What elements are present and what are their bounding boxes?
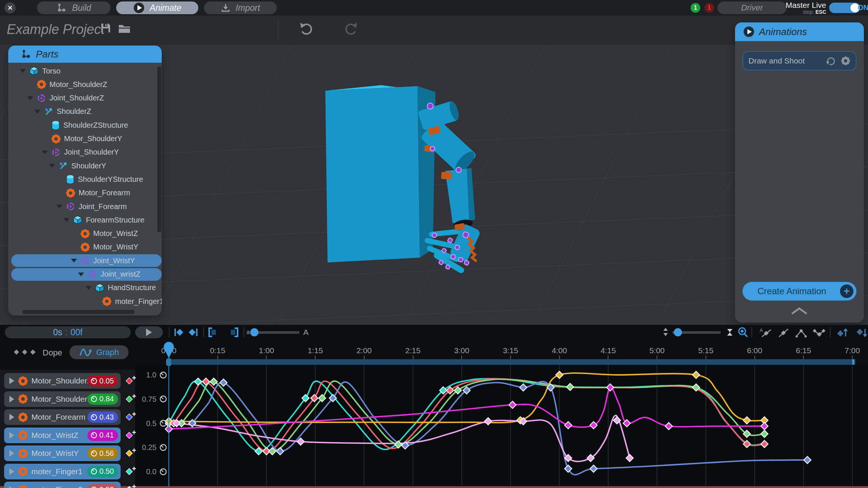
dial-icon bbox=[159, 371, 167, 379]
track-value-badge[interactable]: 0.52 bbox=[87, 484, 118, 488]
track-value-badge[interactable]: 0.05 bbox=[87, 375, 118, 386]
track-expand-arrow[interactable] bbox=[9, 450, 14, 457]
track-expand-arrow[interactable] bbox=[9, 432, 14, 439]
tree-item-Motor_ShoulderZ[interactable]: Motor_ShoulderZ bbox=[11, 78, 162, 91]
playback-range-bar[interactable] bbox=[166, 359, 855, 365]
status-badge-red[interactable]: 1 bbox=[704, 3, 714, 13]
track-expand-arrow[interactable] bbox=[9, 396, 14, 402]
dial-icon bbox=[90, 395, 97, 402]
track-row-Motor_ShoulderZ[interactable]: Motor_ShoulderZ0.05 bbox=[4, 373, 121, 389]
close-button[interactable]: ✕ bbox=[4, 2, 16, 13]
dial-icon bbox=[90, 432, 97, 439]
tree-item-Joint_Forearm[interactable]: Joint_Forearm bbox=[11, 200, 162, 213]
dial-icon bbox=[159, 443, 167, 451]
track-row-moter_Finger2[interactable]: moter_Finger20.52 bbox=[4, 482, 121, 488]
parts-panel-header[interactable]: Parts bbox=[8, 46, 162, 63]
expand-arrow-icon[interactable] bbox=[42, 150, 48, 154]
tree-item-label: HandStructure bbox=[108, 283, 156, 292]
expand-arrow-icon[interactable] bbox=[27, 96, 33, 100]
track-expand-arrow[interactable] bbox=[9, 414, 14, 420]
gear-icon bbox=[37, 80, 46, 89]
track-name: Motor_WristZ bbox=[31, 431, 78, 440]
open-folder-icon[interactable] bbox=[118, 24, 131, 34]
animations-play-icon bbox=[743, 26, 754, 37]
undo-icon[interactable] bbox=[297, 20, 315, 38]
tree-item-Torso[interactable]: Torso bbox=[11, 65, 162, 77]
ruler-label-0:00: 0:00 bbox=[161, 346, 177, 355]
tree-item-ShoulderZStructure[interactable]: ShoulderZStructure bbox=[11, 119, 162, 131]
tree-item-label: ShoulderYStructure bbox=[78, 175, 143, 184]
expand-arrow-icon[interactable] bbox=[49, 164, 55, 168]
top-bar: ✕ Build Animate Import 1 1 Driver Master… bbox=[0, 0, 868, 16]
tree-item-HandStructure[interactable]: HandStructure bbox=[11, 282, 162, 294]
tree-item-Motor_WristZ[interactable]: Motor_WristZ bbox=[11, 227, 162, 240]
animation-clip-item[interactable]: Draw and Shoot bbox=[743, 51, 856, 71]
add-keyframe-icon[interactable] bbox=[125, 375, 140, 386]
collapse-chevron-icon[interactable] bbox=[784, 307, 814, 315]
loop-icon[interactable] bbox=[825, 56, 837, 66]
expand-arrow-icon[interactable] bbox=[71, 259, 77, 262]
create-animation-label: Create Animation bbox=[757, 286, 826, 296]
tree-item-moter_Finger1[interactable]: moter_Finger1 bbox=[11, 295, 162, 308]
track-value-badge[interactable]: 0.84 bbox=[87, 394, 118, 405]
tree-item-ForearmStructure[interactable]: ForearmStructure bbox=[11, 214, 162, 226]
animations-panel-header[interactable]: Animations bbox=[735, 22, 864, 41]
robot-model[interactable] bbox=[325, 85, 481, 274]
parts-vertical-scrollbar[interactable] bbox=[157, 66, 161, 232]
tree-item-Motor_ShoulderY[interactable]: Motor_ShoulderY bbox=[11, 133, 162, 145]
track-value: 0.52 bbox=[99, 485, 114, 488]
tab-build[interactable]: Build bbox=[37, 1, 111, 14]
track-expand-arrow[interactable] bbox=[9, 468, 14, 475]
track-value-badge[interactable]: 0.56 bbox=[87, 448, 118, 459]
range-start-handle[interactable] bbox=[166, 359, 170, 365]
tab-animate[interactable]: Animate bbox=[116, 1, 198, 14]
expand-arrow-icon[interactable] bbox=[34, 110, 40, 114]
track-row-Motor_WristY[interactable]: Motor_WristY0.56 bbox=[4, 445, 121, 461]
expand-arrow-icon[interactable] bbox=[20, 69, 26, 73]
track-row-Motor_WristZ[interactable]: Motor_WristZ0.41 bbox=[4, 428, 121, 443]
motor-gear-icon bbox=[18, 376, 28, 386]
tree-item-Joint_ShoulderY[interactable]: Joint_ShoulderY bbox=[11, 146, 162, 159]
track-row-Motor_ShoulderY[interactable]: Motor_ShoulderY0.84 bbox=[4, 391, 121, 407]
tab-animate-label: Animate bbox=[150, 3, 181, 13]
tree-item-ShoulderZ[interactable]: ShoulderZ bbox=[11, 105, 162, 118]
track-value-badge[interactable]: 0.43 bbox=[87, 411, 118, 423]
tree-item-ShoulderY[interactable]: ShoulderY bbox=[11, 159, 162, 172]
expand-arrow-icon[interactable] bbox=[78, 273, 84, 276]
parts-panel: Parts TorsoMotor_ShoulderZJoint_Shoulder… bbox=[8, 46, 162, 316]
timeline-ruler[interactable]: 0:000:151:001:152:002:153:003:154:004:15… bbox=[0, 325, 868, 360]
redo-icon[interactable] bbox=[342, 20, 360, 38]
track-name: moter_Finger1 bbox=[31, 467, 83, 476]
master-live-toggle[interactable] bbox=[829, 3, 860, 13]
save-icon[interactable] bbox=[100, 22, 111, 34]
tree-item-Joint_wristZ[interactable]: Joint_wristZ bbox=[11, 268, 162, 281]
track-row-Motor_Forearm[interactable]: Motor_Forearm0.43 bbox=[4, 409, 121, 425]
range-end-handle[interactable] bbox=[851, 359, 855, 365]
status-badge-green[interactable]: 1 bbox=[691, 3, 700, 13]
track-expand-arrow[interactable] bbox=[9, 377, 14, 384]
add-keyframe-icon[interactable] bbox=[125, 411, 140, 422]
track-value-badge[interactable]: 0.41 bbox=[87, 430, 118, 441]
tree-item-Motor_WristY[interactable]: Motor_WristY bbox=[11, 241, 162, 254]
tab-import[interactable]: Import bbox=[204, 1, 277, 14]
add-keyframe-icon[interactable] bbox=[125, 484, 140, 488]
add-keyframe-icon[interactable] bbox=[125, 429, 140, 441]
add-keyframe-icon[interactable] bbox=[125, 466, 140, 477]
add-keyframe-icon[interactable] bbox=[125, 447, 140, 459]
tree-item-Joint_WristY[interactable]: Joint_WristY bbox=[11, 254, 162, 267]
track-row-moter_Finger1[interactable]: moter_Finger10.50 bbox=[4, 464, 121, 479]
expand-arrow-icon[interactable] bbox=[86, 286, 92, 290]
track-value-badge[interactable]: 0.50 bbox=[87, 466, 118, 477]
create-animation-button[interactable]: Create Animation + bbox=[743, 282, 856, 301]
ruler-label-4:00: 4:00 bbox=[552, 346, 567, 355]
joint-icon bbox=[80, 256, 90, 265]
add-keyframe-icon[interactable] bbox=[125, 393, 140, 404]
expand-arrow-icon[interactable] bbox=[63, 218, 69, 222]
track-expand-arrow[interactable] bbox=[9, 486, 14, 488]
tree-item-Motor_Forearm[interactable]: Motor_Forearm bbox=[11, 187, 162, 199]
tree-item-Joint_ShoulderZ[interactable]: Joint_ShoulderZ bbox=[11, 92, 162, 105]
tree-item-ShoulderYStructure[interactable]: ShoulderYStructure bbox=[11, 173, 162, 186]
expand-arrow-icon[interactable] bbox=[56, 205, 62, 208]
parts-horizontal-scrollbar[interactable] bbox=[22, 310, 134, 314]
clip-settings-gear-icon[interactable] bbox=[841, 56, 850, 66]
